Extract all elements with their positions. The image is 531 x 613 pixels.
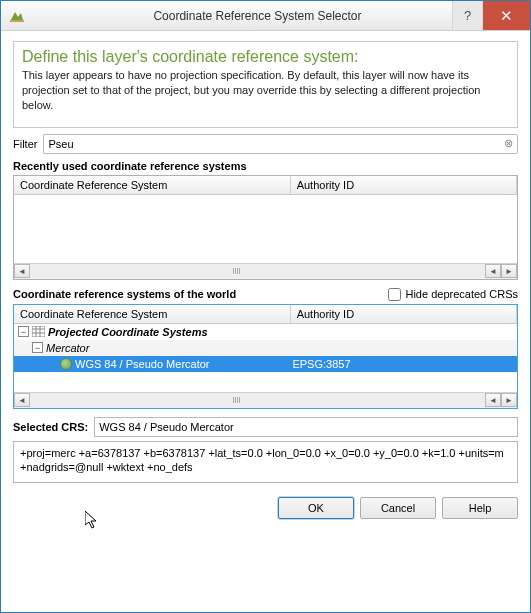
scroll-left-icon[interactable]: ◄ xyxy=(14,264,30,278)
titlebar: Coordinate Reference System Selector ? ✕ xyxy=(1,1,530,31)
tree-selected-auth: EPSG:3857 xyxy=(292,358,517,370)
expand-toggle-icon[interactable]: − xyxy=(18,326,29,337)
filter-input[interactable] xyxy=(44,136,501,152)
filter-input-wrap: ⊗ xyxy=(43,134,518,154)
clear-filter-icon[interactable]: ⊗ xyxy=(501,137,515,151)
info-description: This layer appears to have no projection… xyxy=(22,68,509,113)
recent-hscrollbar[interactable]: ◄ ◄ ► xyxy=(14,263,517,279)
scroll-track[interactable] xyxy=(30,264,485,278)
tree-selected-label: WGS 84 / Pseudo Mercator xyxy=(75,358,210,370)
tree-row-selected[interactable]: WGS 84 / Pseudo Mercator EPSG:3857 xyxy=(14,356,517,372)
expand-toggle-icon[interactable]: − xyxy=(32,342,43,353)
button-row: OK Cancel Help xyxy=(13,497,518,519)
recent-label: Recently used coordinate reference syste… xyxy=(13,160,518,172)
dialog-content: Define this layer's coordinate reference… xyxy=(1,31,530,527)
scroll-left-icon[interactable]: ◄ xyxy=(14,393,30,407)
scroll-right-icon[interactable]: ◄ xyxy=(485,393,501,407)
world-header-row: Coordinate reference systems of the worl… xyxy=(13,288,518,301)
help-button[interactable]: Help xyxy=(442,497,518,519)
scroll-track[interactable] xyxy=(30,393,485,407)
hide-deprecated-wrap[interactable]: Hide deprecated CRSs xyxy=(388,288,518,301)
close-window-button[interactable]: ✕ xyxy=(482,1,530,30)
selected-crs-row: Selected CRS: xyxy=(13,417,518,437)
scroll-right-icon-2[interactable]: ► xyxy=(501,264,517,278)
filter-row: Filter ⊗ xyxy=(13,134,518,154)
info-heading: Define this layer's coordinate reference… xyxy=(22,48,509,66)
info-box: Define this layer's coordinate reference… xyxy=(13,41,518,128)
recent-table: Coordinate Reference System Authority ID… xyxy=(13,175,518,280)
scroll-right-icon[interactable]: ◄ xyxy=(485,264,501,278)
help-window-button[interactable]: ? xyxy=(452,1,482,30)
world-header-auth[interactable]: Authority ID xyxy=(291,305,517,323)
world-label: Coordinate reference systems of the worl… xyxy=(13,288,388,300)
window-controls: ? ✕ xyxy=(452,1,530,30)
ok-button[interactable]: OK xyxy=(278,497,354,519)
svg-rect-1 xyxy=(32,326,45,337)
world-table: Coordinate Reference System Authority ID… xyxy=(13,304,518,409)
recent-table-body[interactable] xyxy=(14,195,517,263)
recent-header-auth[interactable]: Authority ID xyxy=(291,176,517,194)
world-table-header: Coordinate Reference System Authority ID xyxy=(14,305,517,324)
tree-row-child[interactable]: − Mercator xyxy=(14,340,517,356)
tree-row-root[interactable]: − Projected Coordinate Systems xyxy=(14,324,517,340)
world-table-body[interactable]: − Projected Coordinate Systems − Mercato… xyxy=(14,324,517,392)
tree-root-label: Projected Coordinate Systems xyxy=(48,326,208,338)
selected-crs-input[interactable] xyxy=(94,417,518,437)
cancel-button[interactable]: Cancel xyxy=(360,497,436,519)
world-header-crs[interactable]: Coordinate Reference System xyxy=(14,305,291,323)
globe-icon xyxy=(60,358,72,370)
tree-child-label: Mercator xyxy=(46,342,89,354)
recent-table-header: Coordinate Reference System Authority ID xyxy=(14,176,517,195)
app-icon xyxy=(9,8,25,24)
proj-string-box[interactable]: +proj=merc +a=6378137 +b=6378137 +lat_ts… xyxy=(13,441,518,483)
selected-crs-label: Selected CRS: xyxy=(13,421,88,433)
world-hscrollbar[interactable]: ◄ ◄ ► xyxy=(14,392,517,408)
hide-deprecated-label: Hide deprecated CRSs xyxy=(405,288,518,300)
scroll-right-icon-2[interactable]: ► xyxy=(501,393,517,407)
grid-icon xyxy=(32,326,45,337)
cursor-icon xyxy=(85,511,101,531)
recent-header-crs[interactable]: Coordinate Reference System xyxy=(14,176,291,194)
svg-rect-0 xyxy=(10,20,24,22)
hide-deprecated-checkbox[interactable] xyxy=(388,288,401,301)
filter-label: Filter xyxy=(13,138,37,150)
